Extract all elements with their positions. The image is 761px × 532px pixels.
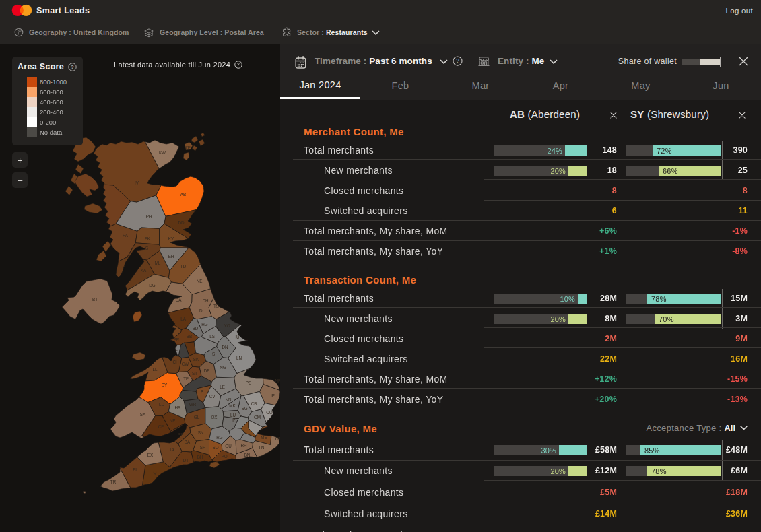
- svg-text:DG: DG: [149, 283, 156, 288]
- svg-text:?: ?: [237, 62, 240, 67]
- svg-text:CO: CO: [266, 410, 273, 415]
- svg-text:OX: OX: [211, 415, 218, 420]
- svg-text:SA: SA: [140, 412, 146, 417]
- svg-text:TD: TD: [180, 264, 187, 269]
- svg-text:NE: NE: [197, 279, 203, 284]
- svg-text:GL: GL: [194, 415, 200, 420]
- svg-text:?: ?: [456, 58, 459, 64]
- svg-text:NP: NP: [170, 418, 176, 423]
- svg-text:SN: SN: [198, 430, 204, 435]
- svg-text:LU: LU: [230, 413, 236, 418]
- svg-text:KA: KA: [141, 268, 147, 273]
- svg-text:BS: BS: [178, 432, 183, 437]
- svg-text:ME: ME: [261, 435, 267, 440]
- svg-text:CF: CF: [158, 424, 164, 429]
- svg-text:HP: HP: [230, 418, 236, 422]
- svg-text:?: ?: [71, 64, 74, 69]
- svg-text:RG: RG: [216, 435, 223, 440]
- svg-text:ML: ML: [155, 261, 161, 265]
- svg-text:CM: CM: [254, 415, 261, 420]
